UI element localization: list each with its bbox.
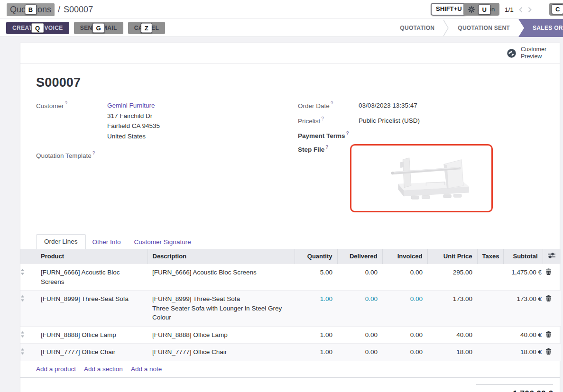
notebook-tabs: Order Lines Other Info Customer Signatur… [36, 233, 560, 249]
cell-invoiced[interactable]: 0.00 [382, 264, 427, 291]
breadcrumb-separator: / [58, 5, 60, 15]
cell-unit-price[interactable]: 18.00 [427, 344, 477, 361]
field-quotation-template[interactable]: Quotation Template? [36, 150, 298, 159]
delete-row-button[interactable] [543, 326, 561, 344]
breadcrumb: Quotations B / S00007 [7, 0, 93, 19]
sheet-header: Customer Preview [20, 43, 560, 64]
order-date-value[interactable]: 03/03/2023 13:35:47 [359, 100, 417, 111]
customer-address-line: Fairfield CA 94535 [107, 121, 160, 131]
column-header-taxes[interactable]: Taxes [477, 249, 503, 264]
cell-delivered[interactable]: 0.00 [337, 326, 382, 344]
terms-and-conditions-input[interactable]: Terms and conditions... [36, 384, 102, 392]
help-icon: ? [92, 151, 95, 156]
send-email-button[interactable]: SEND EMAIL G [74, 22, 123, 34]
cell-quantity[interactable]: 5.00 [295, 264, 337, 291]
step-file-image[interactable] [350, 144, 493, 212]
table-row: [FURN_6666] Acoustic Bloc Screens [FURN_… [20, 264, 561, 291]
column-header-unit-price[interactable]: Unit Price [427, 249, 477, 264]
cell-subtotal: 40.00 € [503, 326, 543, 344]
status-step-sales-order[interactable]: SALES ORDER [518, 19, 563, 37]
sliders-icon [548, 252, 555, 259]
breadcrumb-quotations-link[interactable]: Quotations B [7, 3, 55, 16]
drag-handle-icon[interactable] [20, 344, 36, 361]
cell-quantity[interactable]: 1.00 [295, 291, 337, 327]
cell-product[interactable]: [FURN_8999] Three-Seat Sofa [36, 291, 148, 327]
help-icon: ? [65, 101, 68, 106]
delete-row-button[interactable] [543, 264, 561, 291]
kbd-hint-g: G [92, 23, 105, 33]
cell-description[interactable]: [FURN_8888] Office Lamp [148, 326, 295, 344]
cell-invoiced[interactable]: 0.00 [382, 326, 427, 344]
pager-next-button[interactable] [528, 7, 532, 13]
column-header-subtotal[interactable]: Subtotal [503, 249, 543, 264]
step-file-label: Step File? [298, 144, 350, 153]
cancel-button[interactable]: CANCEL Z [128, 22, 165, 34]
column-header-delivered[interactable]: Delivered [337, 249, 382, 264]
help-icon: ? [331, 101, 333, 106]
order-lines-table: Product Description Quantity Delivered I… [20, 249, 561, 361]
add-a-section-link[interactable]: Add a section [84, 365, 123, 373]
cell-taxes[interactable] [477, 344, 503, 361]
customer-preview-button[interactable]: Customer Preview [493, 43, 560, 63]
table-row: [FURN_7777] Office Chair [FURN_7777] Off… [20, 344, 561, 361]
cell-product[interactable]: [FURN_7777] Office Chair [36, 344, 148, 361]
cell-unit-price[interactable]: 173.00 [427, 291, 477, 327]
status-step-quotation[interactable]: QUOTATION [391, 19, 443, 37]
drag-handle-icon[interactable] [20, 264, 36, 291]
field-groups: Customer? Gemini Furniture 317 Fairchild… [36, 100, 560, 217]
add-a-product-link[interactable]: Add a product [36, 365, 76, 373]
status-bar: QUOTATION QUOTATION SENT SALES ORDER [391, 19, 563, 37]
delete-row-button[interactable] [543, 344, 561, 361]
cell-quantity[interactable]: 1.00 [295, 326, 337, 344]
cell-subtotal: 18.00 € [503, 344, 543, 361]
create-invoice-button[interactable]: CREATE INVOICE Q [6, 22, 69, 34]
cell-delivered[interactable]: 0.00 [337, 264, 382, 291]
pricelist-value[interactable]: Public Pricelist (USD) [359, 116, 420, 126]
cell-unit-price[interactable]: 295.00 [427, 264, 477, 291]
add-a-note-link[interactable]: Add a note [131, 365, 162, 373]
top-nav: Quotations B / S00007 SHIFT+U Action U 1… [0, 0, 563, 19]
pager-previous-button[interactable] [519, 7, 523, 13]
table-row: [FURN_8999] Three-Seat Sofa [FURN_8999] … [20, 291, 561, 327]
table-row: [FURN_8888] Office Lamp [FURN_8888] Offi… [20, 326, 561, 344]
customer-link[interactable]: Gemini Furniture [107, 102, 155, 109]
column-header-quantity[interactable]: Quantity [295, 249, 337, 264]
cell-delivered[interactable]: 0.00 [337, 291, 382, 327]
cell-description[interactable]: [FURN_7777] Office Chair [148, 344, 295, 361]
action-menu-button[interactable]: Action U [463, 3, 499, 16]
cell-invoiced[interactable]: 0.00 [382, 291, 427, 327]
field-pricelist: Pricelist? Public Pricelist (USD) [298, 116, 560, 126]
order-total: Total: 1,706.00 € [476, 384, 553, 392]
drag-handle-icon[interactable] [20, 291, 36, 327]
cell-description[interactable]: [FURN_6666] Acoustic Bloc Screens [148, 264, 295, 291]
field-payment-terms: Payment Terms? [298, 130, 560, 139]
column-header-invoiced[interactable]: Invoiced [382, 249, 427, 264]
edge-cut-button[interactable]: C [549, 3, 563, 16]
handle-column-header [20, 249, 36, 264]
cell-taxes[interactable] [477, 264, 503, 291]
tab-order-lines[interactable]: Order Lines [36, 234, 86, 249]
cell-quantity[interactable]: 1.00 [295, 344, 337, 361]
cell-taxes[interactable] [477, 326, 503, 344]
customer-address-line: United States [107, 131, 160, 142]
column-header-description[interactable]: Description [148, 249, 295, 264]
cell-product[interactable]: [FURN_8888] Office Lamp [36, 326, 148, 344]
status-step-quotation-sent[interactable]: QUOTATION SENT [449, 19, 518, 37]
cell-product[interactable]: [FURN_6666] Acoustic Bloc Screens [36, 264, 148, 291]
cell-unit-price[interactable]: 40.00 [427, 326, 477, 344]
table-header-row: Product Description Quantity Delivered I… [20, 249, 561, 264]
tab-customer-signature[interactable]: Customer Signature [128, 235, 198, 249]
trash-icon [545, 348, 552, 355]
cell-description[interactable]: [FURN_8999] Three-Seat Sofa Three Seater… [148, 291, 295, 327]
cell-taxes[interactable] [477, 291, 503, 327]
action-bar: CREATE INVOICE Q SEND EMAIL G CANCEL Z Q… [0, 19, 563, 37]
column-header-product[interactable]: Product [36, 249, 148, 264]
gear-icon [468, 6, 475, 13]
drag-handle-icon[interactable] [20, 326, 36, 344]
optional-columns-button[interactable] [543, 249, 561, 264]
delete-row-button[interactable] [543, 291, 561, 327]
tab-other-info[interactable]: Other Info [86, 235, 128, 249]
pager-value: 1/1 [505, 6, 514, 13]
cell-invoiced[interactable]: 0.00 [382, 344, 427, 361]
cell-delivered[interactable]: 0.00 [337, 344, 382, 361]
